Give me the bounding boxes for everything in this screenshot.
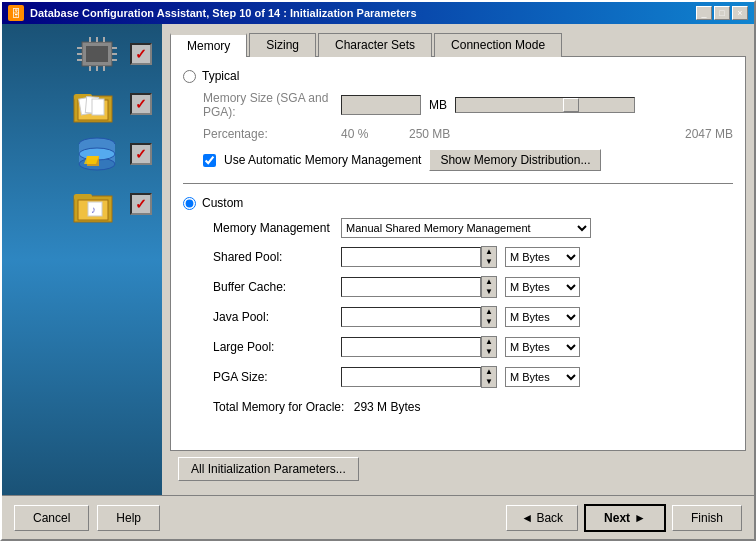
- shared-pool-unit[interactable]: M Bytes: [505, 247, 580, 267]
- folder-icon-2: ♪: [72, 184, 122, 224]
- folder-icon-1: [72, 84, 122, 124]
- right-content: Memory Sizing Character Sets Connection …: [162, 24, 754, 495]
- pga-size-input[interactable]: 204: [341, 367, 481, 387]
- slider-thumb: [563, 98, 579, 112]
- tab-character-sets[interactable]: Character Sets: [318, 33, 432, 57]
- svg-text:♪: ♪: [91, 204, 96, 215]
- pga-spinner: 204 ▲ ▼: [341, 366, 497, 388]
- java-pool-input[interactable]: 50: [341, 307, 481, 327]
- maximize-button[interactable]: □: [714, 6, 730, 20]
- footer-left-buttons: Cancel Help: [14, 505, 160, 531]
- shared-pool-label: Shared Pool:: [213, 250, 333, 264]
- buffer-cache-up[interactable]: ▲: [482, 277, 496, 287]
- range-max: 2047 MB: [685, 127, 733, 141]
- tab-content: Typical Memory Size (SGA and PGA): 818 M…: [170, 56, 746, 451]
- shared-pool-input[interactable]: 96: [341, 247, 481, 267]
- total-label: Total Memory for Oracle:: [213, 400, 344, 414]
- footer-right-buttons: ◄ Back Next ► Finish: [506, 504, 742, 532]
- java-pool-up[interactable]: ▲: [482, 307, 496, 317]
- next-arrow-icon: ►: [634, 511, 646, 525]
- buffer-cache-down[interactable]: ▼: [482, 287, 496, 297]
- large-pool-spinner: 1 ▲ ▼: [341, 336, 497, 358]
- title-bar: 🗄 Database Configuration Assistant, Step…: [2, 2, 754, 24]
- tab-connection-mode[interactable]: Connection Mode: [434, 33, 562, 57]
- shared-pool-spinner: 96 ▲ ▼: [341, 246, 497, 268]
- show-memory-button[interactable]: Show Memory Distribution...: [429, 149, 601, 171]
- large-pool-label: Large Pool:: [213, 340, 333, 354]
- tab-bar: Memory Sizing Character Sets Connection …: [170, 32, 746, 56]
- percentage-label: Percentage:: [203, 127, 333, 141]
- pga-up[interactable]: ▲: [482, 367, 496, 377]
- typical-radio-row: Typical: [183, 69, 733, 83]
- left-panel: ✓ ✓: [2, 24, 162, 495]
- main-window: 🗄 Database Configuration Assistant, Step…: [0, 0, 756, 541]
- minimize-button[interactable]: _: [696, 6, 712, 20]
- cancel-button[interactable]: Cancel: [14, 505, 89, 531]
- chip-icon: [72, 34, 122, 74]
- check-icon-3: ✓: [130, 143, 152, 165]
- memory-management-row: Memory Management Manual Shared Memory M…: [183, 218, 733, 238]
- buffer-cache-spinner: 18 ▲ ▼: [341, 276, 497, 298]
- large-pool-up[interactable]: ▲: [482, 337, 496, 347]
- large-pool-input[interactable]: 1: [341, 337, 481, 357]
- percentage-row: Percentage: 40 % 250 MB 2047 MB: [183, 127, 733, 141]
- check-icon-2: ✓: [130, 93, 152, 115]
- tab-memory[interactable]: Memory: [170, 33, 247, 57]
- window-title: Database Configuration Assistant, Step 1…: [30, 7, 417, 19]
- amm-checkbox[interactable]: [203, 154, 216, 167]
- window-body: ✓ ✓: [2, 24, 754, 495]
- memory-size-unit: MB: [429, 98, 447, 112]
- memory-size-label: Memory Size (SGA and PGA):: [203, 91, 333, 119]
- pga-unit[interactable]: M Bytes: [505, 367, 580, 387]
- java-pool-row: Java Pool: 50 ▲ ▼ M Bytes: [183, 306, 733, 328]
- memory-size-row: Memory Size (SGA and PGA): 818 MB: [183, 91, 733, 119]
- memory-management-select[interactable]: Manual Shared Memory Management: [341, 218, 591, 238]
- range-min: 250 MB: [409, 127, 450, 141]
- pga-down[interactable]: ▼: [482, 377, 496, 387]
- svg-rect-27: [74, 194, 92, 200]
- custom-radio-row: Custom: [183, 196, 733, 210]
- memory-size-input[interactable]: 818: [341, 95, 421, 115]
- tab-sizing[interactable]: Sizing: [249, 33, 316, 57]
- pga-size-label: PGA Size:: [213, 370, 333, 384]
- footer: Cancel Help ◄ Back Next ► Finish: [2, 495, 754, 539]
- svg-rect-1: [86, 46, 108, 62]
- large-pool-row: Large Pool: 1 ▲ ▼ M Bytes: [183, 336, 733, 358]
- memory-management-label: Memory Management: [213, 221, 333, 235]
- buffer-cache-input[interactable]: 18: [341, 277, 481, 297]
- database-icon: [72, 134, 122, 174]
- back-arrow-icon: ◄: [521, 511, 533, 525]
- next-button[interactable]: Next ►: [584, 504, 666, 532]
- finish-button[interactable]: Finish: [672, 505, 742, 531]
- app-icon: 🗄: [8, 5, 24, 21]
- shared-pool-up[interactable]: ▲: [482, 247, 496, 257]
- shared-pool-down[interactable]: ▼: [482, 257, 496, 267]
- check-icon-4: ✓: [130, 193, 152, 215]
- close-button[interactable]: ×: [732, 6, 748, 20]
- typical-radio[interactable]: [183, 70, 196, 83]
- amm-label: Use Automatic Memory Management: [224, 153, 421, 167]
- back-button[interactable]: ◄ Back: [506, 505, 578, 531]
- check-icon-1: ✓: [130, 43, 152, 65]
- custom-label: Custom: [202, 196, 243, 210]
- help-button[interactable]: Help: [97, 505, 160, 531]
- java-pool-down[interactable]: ▼: [482, 317, 496, 327]
- all-init-params-button[interactable]: All Initialization Parameters...: [178, 457, 359, 481]
- buffer-cache-label: Buffer Cache:: [213, 280, 333, 294]
- typical-label: Typical: [202, 69, 239, 83]
- memory-slider[interactable]: [455, 97, 635, 113]
- left-icon-folder2: ♪ ✓: [12, 184, 152, 224]
- large-pool-down[interactable]: ▼: [482, 347, 496, 357]
- bottom-area: All Initialization Parameters...: [170, 451, 746, 487]
- left-icon-db: ✓: [12, 134, 152, 174]
- percentage-value: 40 %: [341, 127, 401, 141]
- svg-rect-19: [92, 99, 104, 115]
- custom-radio[interactable]: [183, 197, 196, 210]
- total-memory-row: Total Memory for Oracle: 293 M Bytes: [183, 400, 733, 414]
- java-pool-unit[interactable]: M Bytes: [505, 307, 580, 327]
- large-pool-unit[interactable]: M Bytes: [505, 337, 580, 357]
- left-icon-folder1: ✓: [12, 84, 152, 124]
- divider: [183, 183, 733, 184]
- java-pool-label: Java Pool:: [213, 310, 333, 324]
- buffer-cache-unit[interactable]: M Bytes: [505, 277, 580, 297]
